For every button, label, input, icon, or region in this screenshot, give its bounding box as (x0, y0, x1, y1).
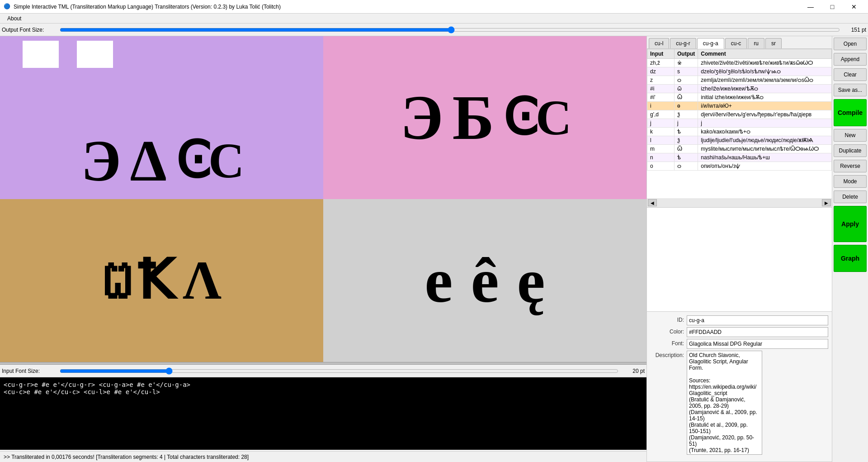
prop-row-desc: Description: (651, 351, 828, 456)
delete-button[interactable]: Delete (834, 191, 867, 203)
tab-sr[interactable]: sr (765, 38, 782, 48)
char-э-2: Э (401, 86, 443, 149)
char-e-circ: ê (471, 249, 499, 312)
white-box-1 (23, 41, 59, 68)
save-as-button[interactable]: Save as... (834, 84, 867, 96)
table-cell-input: m (647, 145, 675, 153)
new-button[interactable]: New (834, 129, 867, 142)
table-cell-input: dz (647, 67, 675, 76)
preview-grid: Э Δ ϾC Э Б ϾC Ꞷ (0, 36, 646, 362)
right-panel: cu-l cu-g-r cu-g-a cu-c ru sr Input (646, 36, 868, 462)
table-row[interactable]: m Ѿ myslite/мыслите/мыслите/мыслѣте/ѾѺѳѩ… (647, 145, 832, 153)
table-cell-output: ѻ (675, 76, 698, 85)
table-row[interactable]: k ѣ kako/како/какw/ѣ+ѻ (647, 128, 832, 136)
table-row[interactable]: z ѻ zemlja/zemlì/zemlì/земля/земла/земли… (647, 76, 832, 85)
preview-canvas: Э Δ ϾC Э Б ϾC Ꞷ (0, 36, 646, 362)
tab-ru[interactable]: ru (748, 38, 764, 48)
preview-chars-bottom-left: Ꞷ Ꝁ Λ (102, 253, 222, 308)
table-cell-input: z (647, 76, 675, 85)
duplicate-button[interactable]: Duplicate (834, 144, 867, 157)
prop-desc-textarea[interactable] (687, 351, 762, 455)
tab-cu-g-r[interactable]: cu-g-r (670, 38, 696, 48)
tabs-row: cu-l cu-g-r cu-g-a cu-c ru sr (647, 36, 832, 49)
table-cell-input: i (647, 102, 675, 110)
input-font-size-bar: Input Font Size: 20 pt (0, 365, 646, 377)
minimize-button[interactable]: — (800, 2, 821, 12)
apply-button[interactable]: Apply (834, 206, 867, 242)
col-header-input: Input (647, 49, 675, 59)
close-button[interactable]: ✕ (844, 2, 864, 12)
table-cell-output: Ѿ (675, 145, 698, 153)
table-cell-input: k (647, 128, 675, 136)
table-cell-input: g',d (647, 110, 675, 119)
preview-chars-bottom-right: e ê ę (425, 249, 545, 312)
append-button[interactable]: Append (834, 53, 867, 66)
table-cell-input: #i' (647, 93, 675, 102)
table-cell-comment: dzelo/ʒêlo/ʒêlo/sѣlo/sѣлw/ѱѩѻ (698, 67, 832, 76)
table-cell-comment: i/и/iwта/ѳЮ+ (698, 102, 832, 110)
table-cell-comment: ljudije/ljudie/l'udьje/людье/людис/людіе… (698, 136, 832, 145)
output-font-size-label: Output Font Size: (2, 27, 56, 33)
prop-font-input[interactable] (687, 339, 828, 349)
table-row[interactable]: i ѳ i/и/iwта/ѳЮ+ (647, 102, 832, 110)
tab-cu-g-a[interactable]: cu-g-a (697, 38, 724, 49)
nav-arrows: ◀ ▶ (647, 198, 832, 208)
char-ce-1: ϾC (176, 136, 242, 186)
table-row[interactable]: j j j (647, 119, 832, 128)
menu-bar: About (0, 14, 868, 24)
table-row[interactable]: n ѣ nashi/našь/нашь/Нашь/ѣ+ш (647, 153, 832, 162)
table-row[interactable]: g',d ѯ djervi/ðerv/ðervь/g'ervь/ђервь/г'… (647, 110, 832, 119)
graph-button[interactable]: Graph (834, 245, 867, 272)
table-row[interactable]: l ѯ ljudije/ljudie/l'udьje/людье/людис/л… (647, 136, 832, 145)
table-cell-input: o (647, 162, 675, 171)
right-main: cu-l cu-g-r cu-g-a cu-c ru sr Input (647, 36, 832, 462)
table-cell-output: ※ (675, 59, 698, 67)
char-tk: Ꝁ (138, 253, 174, 308)
app-icon: 🔵 (4, 3, 11, 10)
input-textarea[interactable] (0, 377, 646, 450)
table-cell-comment: initial izhe/иже/ижеи/ѣѪѻ (698, 93, 832, 102)
maximize-button[interactable]: □ (822, 2, 843, 12)
prop-row-color: Color: (651, 327, 828, 337)
title-bar-title: Simple Interactive TML (Transliteration … (14, 4, 281, 10)
char-e-oed: ę (517, 249, 545, 312)
output-font-size-slider[interactable] (60, 26, 840, 33)
table-row[interactable]: o ѻ опи/опъ/онъ/зѱ (647, 162, 832, 171)
prop-font-label: Font: (651, 339, 687, 347)
prop-color-label: Color: (651, 327, 687, 335)
white-box-2 (77, 41, 113, 68)
compile-button[interactable]: Compile (834, 99, 867, 126)
col-header-output: Output (675, 49, 698, 59)
reverse-button[interactable]: Reverse (834, 160, 867, 172)
menu-item-about[interactable]: About (4, 14, 25, 23)
prop-id-label: ID: (651, 315, 687, 323)
title-bar-controls: — □ ✕ (800, 2, 864, 12)
table-scroll-area[interactable]: Input Output Comment zh,ž ※ zhivete/živê… (647, 49, 832, 198)
col-header-comment: Comment (698, 49, 832, 59)
clear-button[interactable]: Clear (834, 68, 867, 81)
table-wrapper: Input Output Comment zh,ž ※ zhivete/živê… (647, 49, 832, 312)
table-row[interactable]: dz ѕ dzelo/ʒêlo/ʒêlo/sѣlo/sѣлw/ѱѩѻ (647, 67, 832, 76)
char-e: e (425, 249, 453, 312)
table-row[interactable]: zh,ž ※ zhivete/živête/žìvêti/живѣте/живѣ… (647, 59, 832, 67)
table-row[interactable]: #i ѿ izhe/iže/иже/ижеи/ѣѪѻ (647, 85, 832, 93)
preview-cell-bottom-left: Ꞷ Ꝁ Λ (0, 199, 323, 362)
status-bar: >> Transliterated in 0,00176 seconds! [T… (0, 451, 646, 462)
input-font-size-slider[interactable] (60, 367, 618, 375)
table-cell-input: l (647, 136, 675, 145)
tab-cu-c[interactable]: cu-c (725, 38, 747, 48)
table-cell-output: ѣ (675, 128, 698, 136)
table-row[interactable]: #i' Ѿ initial izhe/иже/ижеи/ѣѪѻ (647, 93, 832, 102)
prop-id-input[interactable] (687, 315, 828, 325)
prop-color-input[interactable] (687, 327, 828, 337)
nav-left-arrow[interactable]: ◀ (648, 199, 657, 206)
preview-chars-top-right: Э Б ϾC (401, 86, 570, 149)
open-button[interactable]: Open (834, 38, 867, 50)
mode-button[interactable]: Mode (834, 175, 867, 188)
prop-desc-label: Description: (651, 351, 687, 358)
tab-cu-l[interactable]: cu-l (649, 38, 669, 48)
main-layout: Э Δ ϾC Э Б ϾC Ꞷ (0, 36, 868, 462)
nav-right-arrow[interactable]: ▶ (822, 199, 831, 206)
table-cell-input: #i (647, 85, 675, 93)
preview-cell-top-left: Э Δ ϾC (0, 36, 323, 199)
